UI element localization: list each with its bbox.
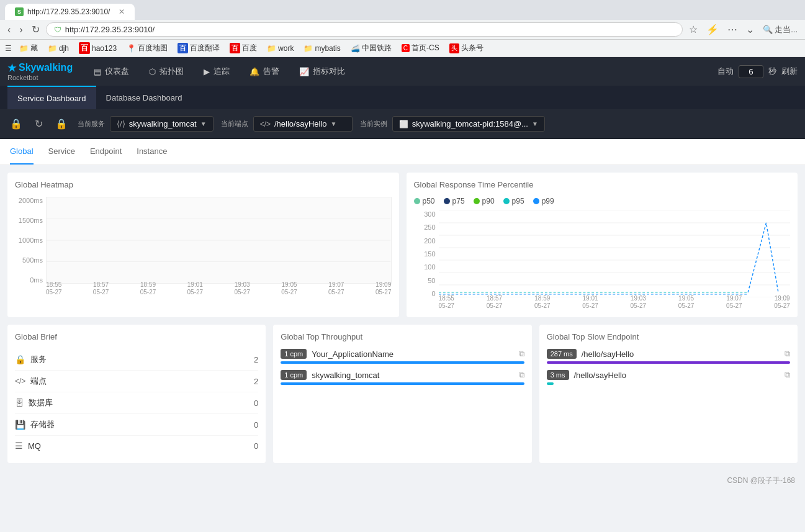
slow-copy-icon-0[interactable]: ⧉	[785, 349, 790, 359]
service-value: skywalking_tomcat	[129, 119, 197, 128]
bookmark-hao123[interactable]: 百 hao123	[76, 41, 119, 55]
instance-label-group: 当前实例	[360, 119, 387, 128]
bookmark-djh[interactable]: 📁 djh	[45, 43, 71, 54]
back-button[interactable]: ‹	[5, 23, 13, 37]
nav-trace[interactable]: ▶ 追踪	[195, 57, 238, 86]
copy-icon-1[interactable]: ⧉	[519, 370, 524, 380]
cpm-badge-0: 1 cpm	[281, 349, 307, 359]
throughput-header-0: 1 cpm Your_ApplicationName ⧉	[281, 349, 524, 359]
ry-50: 50	[414, 277, 436, 284]
service-dropdown[interactable]: ⟨/⟩ skywalking_tomcat ▼	[110, 116, 214, 132]
menu-button[interactable]: ⋯	[725, 22, 740, 37]
trace-icon: ▶	[204, 67, 210, 76]
tab-database-dashboard[interactable]: Database Dashboard	[96, 86, 192, 109]
extensions-button[interactable]: ⚡	[704, 22, 721, 37]
slow-header-0: 287 ms /hello/sayHello ⧉	[547, 349, 790, 359]
url-text: http://172.29.35.23:9010/	[65, 25, 155, 34]
y-1000: 1000ms	[15, 237, 43, 244]
bookmark-baidu-translate[interactable]: 百 百度翻译	[175, 42, 222, 55]
slow-bar-0	[547, 361, 790, 364]
dashboard-icon: ▤	[94, 67, 101, 76]
nav-metrics[interactable]: 📈 指标对比	[290, 57, 354, 86]
heatmap-x-axis: 18:5505-27 18:5705-27 18:5905-27 19:0105…	[46, 281, 392, 296]
bookmark-railway[interactable]: 🚄 中国铁路	[348, 42, 394, 55]
nav-metrics-label: 指标对比	[313, 66, 345, 77]
bookmark-csdn[interactable]: C 首页-CS	[399, 42, 442, 55]
forward-button[interactable]: ›	[17, 23, 25, 37]
brief-mq: ☰ MQ 0	[15, 436, 258, 456]
brief-storage-left: 💾 存储器	[15, 419, 55, 430]
nav-topology[interactable]: ⬡ 拓扑图	[140, 57, 192, 86]
refresh-selector-button[interactable]: ↻	[32, 115, 45, 132]
tab-title: http://172.29.35.23:9010/	[27, 7, 110, 16]
response-legend: p50 p75 p90 p95	[414, 197, 791, 205]
brief-database-count: 0	[254, 399, 258, 408]
brief-database-label: 数据库	[29, 397, 53, 408]
instance-dropdown[interactable]: ⬜ skywalking_tomcat-pid:1584@... ▼	[392, 116, 545, 132]
tab-instance[interactable]: Instance	[137, 139, 167, 165]
service-brief-icon: 🔒	[15, 354, 25, 364]
brief-endpoint-label: 端点	[30, 376, 47, 387]
lock-button-2[interactable]: 🔒	[53, 115, 70, 132]
tab-endpoint[interactable]: Endpoint	[90, 139, 122, 165]
slow-card: Global Top Slow Endpoint 287 ms /hello/s…	[539, 325, 798, 463]
reload-button[interactable]: ↻	[29, 22, 42, 37]
code-bracket-icon: </>	[260, 120, 271, 128]
address-bar[interactable]: 🛡 http://172.29.35.23:9010/	[46, 22, 683, 37]
bookmark-baidu-map[interactable]: 📍 百度地图	[124, 42, 170, 55]
bookmark-mybatis-icon: 📁	[304, 44, 313, 53]
y-500: 500ms	[15, 256, 43, 264]
heatmap-container: 2000ms 1500ms 1000ms 500ms 0ms	[15, 197, 392, 296]
tab-instance-label: Instance	[137, 147, 167, 156]
endpoint-chevron: ▼	[331, 120, 337, 127]
tab-close-icon[interactable]: ✕	[119, 7, 125, 16]
refresh-button[interactable]: 刷新	[781, 66, 798, 77]
content-tabs: Global Service Endpoint Instance	[0, 139, 805, 165]
brief-storage-label: 存储器	[30, 419, 55, 430]
ms-badge-0: 287 ms	[547, 349, 577, 359]
seconds-input[interactable]	[739, 65, 763, 78]
tab-service[interactable]: Service	[48, 139, 75, 165]
y-0: 0ms	[15, 276, 43, 284]
p50-label: p50	[423, 197, 435, 205]
copy-icon-0[interactable]: ⧉	[519, 349, 524, 359]
bookmark-item[interactable]: 📁 藏	[17, 42, 40, 55]
slow-title: Global Top Slow Endpoint	[547, 332, 790, 341]
bookmark-csdn-label: 首页-CS	[411, 43, 439, 53]
tab-global[interactable]: Global	[10, 139, 34, 165]
throughput-title: Global Top Throughput	[281, 332, 524, 341]
more-button[interactable]: ⌄	[744, 22, 757, 37]
bookmark-work[interactable]: 📁 work	[264, 43, 296, 54]
search-button[interactable]: 🔍 走当...	[760, 23, 800, 37]
heatmap-title: Global Heatmap	[15, 180, 392, 189]
browser-tab[interactable]: S http://172.29.35.23:9010/ ✕	[5, 4, 135, 20]
nav-alert[interactable]: 🔔 告警	[241, 57, 288, 86]
tab-service-dashboard-label: Service Dashboard	[17, 94, 86, 103]
tab-service-label: Service	[48, 147, 75, 156]
nav-dashboard[interactable]: ▤ 仪表盘	[85, 57, 138, 86]
slow-header-1: 3 ms /hello/sayHello ⧉	[547, 370, 790, 380]
tab-service-dashboard[interactable]: Service Dashboard	[7, 86, 96, 109]
bookmark-toutiao-icon: 头	[449, 43, 459, 53]
throughput-name-1: skywalking_tomcat	[312, 371, 379, 380]
slow-left-0: 287 ms /hello/sayHello	[547, 349, 634, 359]
bookmark-label: 藏	[30, 43, 38, 53]
bookmark-translate-label: 百度翻译	[190, 43, 220, 53]
bookmark-icon: 📁	[19, 44, 29, 53]
brief-card: Global Brief 🔒 服务 2 </> 端点 2	[7, 325, 266, 463]
bookmark-button[interactable]: ☆	[686, 22, 700, 37]
bookmark-toggle[interactable]: ☰	[5, 44, 12, 53]
bookmark-mybatis[interactable]: 📁 mybatis	[301, 43, 343, 54]
throughput-left-0: 1 cpm Your_ApplicationName	[281, 349, 394, 359]
brief-storage-count: 0	[254, 420, 258, 430]
slow-copy-icon-1[interactable]: ⧉	[785, 370, 790, 380]
bookmark-toutiao[interactable]: 头 头条号	[447, 42, 486, 55]
service-chevron: ▼	[200, 120, 207, 127]
bookmark-baidu[interactable]: 百 百度	[227, 42, 259, 55]
lock-button-1[interactable]: 🔒	[7, 115, 25, 132]
brief-database-left: 🗄 数据库	[15, 397, 53, 408]
cpm-badge-1: 1 cpm	[281, 370, 307, 380]
response-plot	[439, 210, 791, 297]
rx-1903: 19:0305-27	[631, 295, 647, 310]
endpoint-dropdown[interactable]: </> /hello/sayHello ▼	[253, 116, 353, 132]
